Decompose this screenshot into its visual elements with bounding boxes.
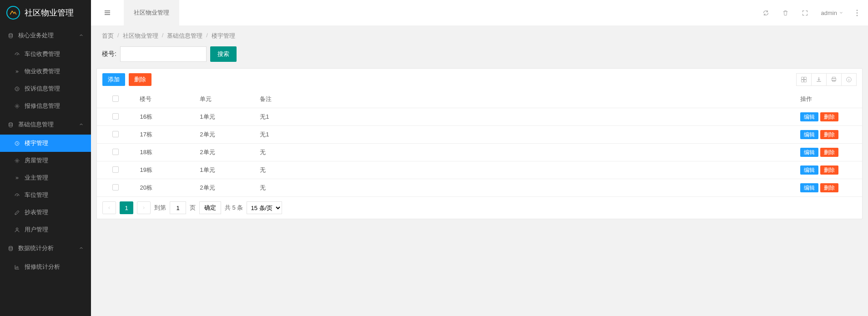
goto-confirm-button[interactable]: 确定 [199, 201, 221, 214]
add-button[interactable]: 添加 [102, 73, 125, 86]
page-number-current[interactable]: 1 [120, 201, 133, 214]
menu-item[interactable]: 报修统计分析 [0, 258, 91, 276]
page-prev-button[interactable] [102, 201, 116, 214]
print-tool-icon[interactable] [826, 73, 842, 86]
gear-icon [14, 158, 20, 164]
col-header-note: 备注 [254, 90, 794, 108]
delete-button[interactable]: 删除 [129, 73, 151, 86]
menu-item[interactable]: 楼宇管理 [0, 135, 91, 152]
row-delete-button[interactable]: 删除 [820, 166, 838, 175]
breadcrumb-item[interactable]: 基础信息管理 [167, 32, 202, 40]
menu-item-label: 楼宇管理 [25, 139, 48, 147]
trash-icon[interactable] [782, 10, 789, 16]
menu-item[interactable]: 投诉信息管理 [0, 80, 91, 97]
fullscreen-icon[interactable] [802, 10, 808, 16]
row-delete-button[interactable]: 删除 [820, 130, 838, 139]
edit-icon [14, 210, 20, 216]
app-title: 社区物业管理 [25, 7, 74, 18]
breadcrumb-item[interactable]: 社区物业管理 [123, 32, 158, 40]
menu-group-label: 基础信息管理 [18, 120, 54, 129]
svg-point-10 [857, 10, 858, 11]
col-header-op: 操作 [795, 90, 862, 108]
menu-item[interactable]: 抄表管理 [0, 204, 91, 221]
page-next-button[interactable] [137, 201, 151, 214]
user-icon [14, 227, 20, 233]
export-tool-icon[interactable] [811, 73, 827, 86]
row-delete-button[interactable]: 删除 [820, 183, 838, 192]
svg-point-7 [16, 195, 17, 196]
search-button[interactable]: 搜索 [210, 46, 237, 62]
menu-item[interactable]: 业主管理 [0, 169, 91, 186]
dashboard-icon [14, 192, 20, 198]
app-logo: 社区物业管理 [0, 0, 91, 25]
more-icon[interactable] [856, 10, 858, 16]
circle-right-icon [14, 140, 20, 146]
menu-item-label: 业主管理 [25, 174, 48, 182]
svg-point-0 [9, 33, 12, 35]
row-checkbox[interactable] [112, 166, 119, 173]
menu-group-header[interactable]: 核心业务处理 [0, 25, 91, 45]
svg-point-11 [857, 12, 858, 14]
row-edit-button[interactable]: 编辑 [800, 166, 818, 175]
svg-rect-19 [833, 80, 835, 82]
menu-item[interactable]: 报修信息管理 [0, 97, 91, 115]
cell-bno: 20栋 [134, 179, 194, 197]
svg-point-8 [16, 228, 18, 230]
search-bar: 楼号: 搜索 [96, 46, 863, 68]
menu-item[interactable]: 物业收费管理 [0, 63, 91, 80]
row-edit-button[interactable]: 编辑 [800, 130, 818, 139]
columns-tool-icon[interactable] [796, 73, 812, 86]
svg-rect-17 [833, 77, 836, 79]
cell-note: 无1 [254, 108, 794, 126]
menu-group-header[interactable]: 数据统计分析 [0, 238, 91, 258]
menu-item[interactable]: 房屋管理 [0, 152, 91, 169]
row-checkbox[interactable] [112, 184, 119, 191]
row-delete-button[interactable]: 删除 [820, 112, 838, 121]
cell-unit: 1单元 [194, 161, 254, 179]
cell-unit: 2单元 [194, 144, 254, 161]
data-panel: 添加 删除 楼号 单元 备注 [96, 68, 863, 219]
menu-group-header[interactable]: 基础信息管理 [0, 115, 91, 135]
row-checkbox[interactable] [112, 113, 119, 120]
refresh-icon[interactable] [762, 10, 769, 16]
cell-bno: 16栋 [134, 108, 194, 126]
sidebar-toggle-button[interactable] [91, 0, 124, 25]
svg-point-5 [15, 141, 19, 145]
row-edit-button[interactable]: 编辑 [800, 183, 818, 192]
menu-item[interactable]: 车位管理 [0, 186, 91, 204]
info-tool-icon[interactable] [841, 73, 857, 86]
breadcrumb-item[interactable]: 首页 [102, 32, 114, 40]
cell-unit: 1单元 [194, 108, 254, 126]
checkbox-all[interactable] [112, 95, 119, 102]
cell-bno: 18栋 [134, 144, 194, 161]
search-input[interactable] [120, 46, 207, 62]
breadcrumb: 首页/社区物业管理/基础信息管理/楼宇管理 [91, 25, 868, 46]
cell-bno: 19栋 [134, 161, 194, 179]
sidebar: 社区物业管理 核心业务处理车位收费管理物业收费管理投诉信息管理报修信息管理基础信… [0, 0, 91, 316]
tab-current[interactable]: 社区物业管理 [124, 0, 179, 25]
row-edit-button[interactable]: 编辑 [800, 112, 818, 121]
row-delete-button[interactable]: 删除 [820, 148, 838, 157]
menu-group-label: 核心业务处理 [18, 31, 54, 40]
menu-group-label: 数据统计分析 [18, 244, 54, 252]
row-checkbox[interactable] [112, 131, 119, 137]
cell-unit: 2单元 [194, 179, 254, 197]
menu-item[interactable]: 车位收费管理 [0, 45, 91, 63]
gear-icon [14, 103, 20, 109]
db-icon [7, 122, 14, 128]
search-label: 楼号: [102, 50, 116, 58]
row-edit-button[interactable]: 编辑 [800, 148, 818, 157]
menu-item[interactable]: 用户管理 [0, 221, 91, 238]
total-label: 共 5 条 [225, 204, 243, 212]
col-header-unit: 单元 [194, 90, 254, 108]
cell-note: 无 [254, 179, 794, 197]
page-size-select[interactable]: 15 条/页 [247, 201, 282, 214]
row-checkbox[interactable] [112, 149, 119, 155]
menu-item-label: 投诉信息管理 [25, 85, 60, 93]
menu-item-label: 抄表管理 [25, 208, 48, 216]
user-menu[interactable]: admin [821, 10, 843, 16]
topbar: 社区物业管理 admin [91, 0, 868, 25]
goto-input[interactable] [170, 201, 186, 214]
collapse-icon [14, 69, 20, 75]
menu-item-label: 车位管理 [25, 191, 48, 199]
